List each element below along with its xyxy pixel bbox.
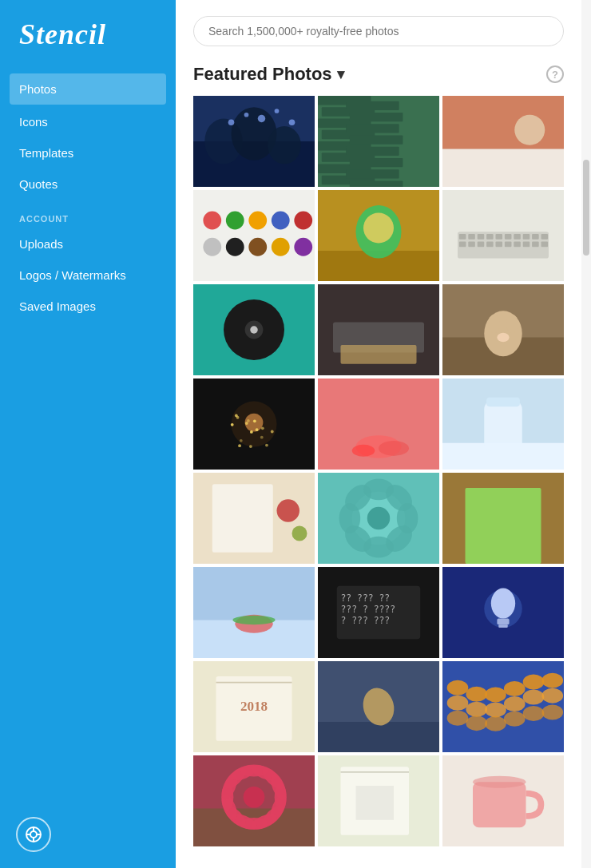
svg-point-51: [363, 213, 394, 244]
svg-point-43: [203, 238, 221, 256]
svg-rect-36: [442, 149, 564, 188]
svg-rect-62: [532, 234, 539, 240]
svg-rect-68: [496, 242, 503, 248]
photo-item[interactable]: [318, 473, 439, 564]
svg-point-94: [245, 422, 248, 425]
scrollbar-thumb[interactable]: [583, 160, 589, 256]
svg-rect-80: [341, 345, 417, 364]
svg-point-95: [238, 444, 241, 447]
svg-text:??? ? ????: ??? ? ????: [341, 604, 396, 615]
svg-point-188: [244, 787, 265, 808]
sidebar-item-icons[interactable]: Icons: [0, 106, 176, 137]
sidebar-item-saved[interactable]: Saved Images: [0, 291, 176, 322]
svg-point-141: [491, 589, 515, 619]
account-section-label: ACCOUNT: [0, 200, 176, 228]
photo-item[interactable]: [442, 755, 564, 846]
svg-rect-61: [523, 234, 530, 240]
svg-rect-143: [498, 624, 507, 628]
sidebar-item-photos[interactable]: Photos: [10, 73, 166, 105]
svg-point-108: [379, 441, 409, 456]
photo-item[interactable]: [193, 379, 315, 470]
photo-item[interactable]: [442, 284, 564, 375]
photo-item[interactable]: [442, 190, 564, 281]
svg-point-165: [523, 690, 545, 705]
svg-point-14: [275, 109, 280, 113]
svg-rect-60: [514, 234, 521, 240]
photo-item[interactable]: ?? ??? ????? ? ????? ??? ???: [318, 567, 439, 658]
svg-point-45: [248, 238, 267, 256]
svg-point-10: [268, 126, 301, 164]
sidebar-bottom: [16, 817, 51, 852]
photo-item[interactable]: [193, 473, 315, 564]
svg-rect-70: [514, 242, 521, 248]
photo-item[interactable]: [318, 96, 439, 187]
svg-rect-149: [318, 722, 439, 752]
section-header: Featured Photos ▾ ?: [193, 64, 564, 85]
svg-point-152: [447, 680, 469, 696]
svg-rect-29: [346, 147, 399, 156]
help-button[interactable]: [16, 817, 51, 852]
svg-point-97: [250, 430, 253, 434]
svg-point-100: [253, 419, 256, 422]
svg-point-167: [541, 673, 563, 688]
sidebar-item-logos[interactable]: Logos / Watermarks: [0, 260, 176, 291]
svg-point-41: [272, 212, 290, 230]
sidebar-item-uploads[interactable]: Uploads: [0, 228, 176, 260]
svg-point-155: [466, 687, 487, 702]
svg-rect-30: [350, 158, 403, 167]
photo-item[interactable]: [442, 96, 564, 187]
sidebar: Stencil Photos Icons Templates Quotes AC…: [0, 0, 176, 868]
svg-point-40: [248, 212, 267, 230]
svg-rect-73: [541, 242, 549, 248]
svg-point-39: [226, 212, 244, 230]
svg-point-12: [244, 113, 249, 117]
sidebar-item-quotes[interactable]: Quotes: [0, 168, 176, 200]
svg-rect-59: [505, 234, 512, 240]
svg-point-115: [277, 499, 300, 522]
svg-point-35: [514, 115, 545, 145]
svg-point-161: [504, 681, 526, 696]
svg-point-107: [352, 445, 375, 457]
svg-point-47: [294, 238, 312, 256]
photo-item[interactable]: [193, 284, 315, 375]
scrollbar[interactable]: [581, 0, 591, 868]
sidebar-nav: Photos Icons Templates Quotes ACCOUNT Up…: [0, 65, 176, 328]
svg-text:?? ??? ??: ?? ??? ??: [341, 593, 391, 604]
svg-point-103: [231, 423, 234, 426]
help-info-button[interactable]: ?: [546, 65, 564, 83]
svg-point-163: [504, 711, 526, 727]
photo-item[interactable]: [193, 190, 315, 281]
app-logo: Stencil: [0, 0, 176, 65]
svg-point-93: [236, 416, 240, 419]
section-title[interactable]: Featured Photos ▾: [193, 64, 344, 85]
section-title-text: Featured Photos: [193, 64, 332, 85]
search-bar: [193, 16, 564, 46]
search-input[interactable]: [193, 16, 564, 46]
svg-point-157: [466, 715, 487, 731]
photo-item[interactable]: [442, 661, 564, 752]
main-content: Featured Photos ▾ ? ?? ??? ????? ? ?????…: [176, 0, 581, 868]
svg-point-38: [203, 212, 221, 230]
svg-rect-67: [486, 242, 494, 248]
photo-item[interactable]: [442, 567, 564, 658]
photo-item[interactable]: [442, 379, 564, 470]
photo-item[interactable]: [193, 96, 315, 187]
photo-item[interactable]: [318, 661, 439, 752]
sidebar-item-templates[interactable]: Templates: [0, 137, 176, 168]
svg-point-104: [240, 439, 243, 442]
svg-point-98: [249, 445, 252, 448]
photo-item[interactable]: 2018: [193, 661, 315, 752]
svg-point-1: [30, 831, 37, 838]
svg-point-85: [506, 315, 518, 333]
svg-point-156: [466, 702, 487, 717]
photo-grid: ?? ??? ????? ? ????? ??? ???2018: [193, 96, 564, 846]
photo-item[interactable]: [193, 567, 315, 658]
photo-item[interactable]: [318, 284, 439, 375]
photo-item[interactable]: [442, 473, 564, 564]
photo-item[interactable]: [318, 755, 439, 846]
photo-item[interactable]: [193, 755, 315, 846]
svg-rect-63: [541, 234, 549, 240]
photo-item[interactable]: [318, 190, 439, 281]
photo-item[interactable]: [318, 379, 439, 470]
svg-rect-192: [356, 786, 395, 820]
